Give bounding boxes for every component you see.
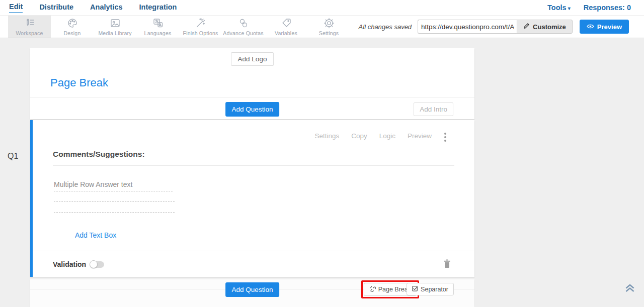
- save-status: All changes saved: [359, 23, 412, 31]
- toolbar-tab-languages[interactable]: Languages: [136, 16, 179, 38]
- answer-row[interactable]: [54, 191, 175, 202]
- add-question-button[interactable]: Add Question: [225, 102, 280, 117]
- question-preview-link[interactable]: Preview: [408, 132, 432, 140]
- image-icon: [109, 17, 121, 29]
- footer-card: Add Question Page Break Separator: [30, 279, 474, 307]
- page-card: Add Logo Page Break Add Question Add Int…: [30, 48, 474, 119]
- scroll-to-top-icon[interactable]: [624, 282, 636, 295]
- kebab-menu-icon[interactable]: [443, 131, 448, 143]
- top-navigation: Edit Distribute Analytics Integration To…: [0, 0, 644, 15]
- toolbar-tab-label: Advance Quotas: [223, 30, 263, 36]
- toolbar-tab-label: Workspace: [16, 30, 43, 36]
- top-nav-right: Tools▾ Responses: 0: [547, 4, 631, 12]
- nav-item-distribute[interactable]: Distribute: [39, 3, 73, 13]
- toolbar-tab-settings[interactable]: Settings: [307, 16, 350, 38]
- add-text-box-link[interactable]: Add Text Box: [75, 231, 116, 239]
- translate-icon: [152, 17, 164, 29]
- separator-button[interactable]: Separator: [407, 283, 454, 295]
- nav-item-integration[interactable]: Integration: [139, 3, 177, 13]
- question-logic-link[interactable]: Logic: [379, 132, 395, 140]
- answer-placeholder[interactable]: Multiple Row Answer text: [54, 180, 173, 191]
- toolbar-tab-media-library[interactable]: Media Library: [94, 16, 136, 38]
- gear-icon: [323, 17, 335, 29]
- palette-icon: [66, 17, 78, 29]
- toolbar-tab-advance-quotas[interactable]: Advance Quotas: [222, 16, 265, 38]
- add-intro-button[interactable]: Add Intro: [414, 103, 453, 116]
- toolbar-tab-label: Variables: [275, 30, 297, 36]
- question-copy-link[interactable]: Copy: [351, 132, 367, 140]
- eye-icon: [587, 23, 594, 31]
- divider: [33, 251, 474, 251]
- customize-button[interactable]: Customize: [517, 20, 573, 34]
- toolbar-tab-workspace[interactable]: Workspace: [8, 16, 51, 38]
- toolbar-tabs: Workspace Design Media Library Languages: [8, 16, 350, 38]
- tools-menu[interactable]: Tools▾: [547, 4, 571, 12]
- toolbar-tab-label: Settings: [319, 30, 339, 36]
- tag-icon: [280, 17, 292, 29]
- add-question-button-bottom[interactable]: Add Question: [225, 282, 280, 297]
- chevron-down-icon: ▾: [568, 6, 571, 11]
- toolbar-tab-label: Media Library: [98, 30, 131, 36]
- responses-count[interactable]: Responses: 0: [584, 4, 631, 12]
- validation-label: Validation: [53, 260, 86, 268]
- toolbar-tab-label: Finish Options: [183, 30, 218, 36]
- answer-row[interactable]: [54, 202, 175, 213]
- toolbar-tab-label: Languages: [144, 30, 172, 36]
- toggle-knob: [90, 260, 98, 268]
- validation-toggle[interactable]: [91, 261, 104, 268]
- wand-icon: [195, 17, 207, 29]
- add-logo-button[interactable]: Add Logo: [231, 52, 274, 66]
- nav-item-edit[interactable]: Edit: [9, 3, 23, 13]
- page-break-icon: [369, 285, 376, 293]
- trash-icon[interactable]: [443, 259, 451, 270]
- validation-row: Validation: [53, 260, 104, 268]
- divider: [30, 97, 474, 97]
- chain-links-icon: [237, 17, 250, 29]
- toolbar-tab-design[interactable]: Design: [51, 16, 94, 38]
- question-actions: Settings Copy Logic Preview: [314, 132, 432, 140]
- preview-button[interactable]: Preview: [580, 20, 629, 34]
- question-number-label: Q1: [8, 152, 18, 161]
- toolbar-tab-variables[interactable]: Variables: [265, 16, 307, 38]
- nav-item-analytics[interactable]: Analytics: [90, 3, 122, 13]
- question-settings-link[interactable]: Settings: [314, 132, 339, 140]
- divider: [53, 165, 454, 166]
- workspace-icon: [24, 17, 36, 29]
- toolbar-tab-finish-options[interactable]: Finish Options: [179, 16, 222, 38]
- top-nav-links: Edit Distribute Analytics Integration: [9, 3, 177, 13]
- editor-toolbar: Workspace Design Media Library Languages: [0, 15, 644, 38]
- question-title[interactable]: Comments/Suggestions:: [53, 150, 145, 159]
- page-title[interactable]: Page Break: [50, 76, 108, 89]
- pencil-icon: [523, 23, 530, 31]
- checkbox-check-icon: [412, 285, 418, 293]
- multi-row-answer-field[interactable]: Multiple Row Answer text: [54, 180, 175, 213]
- question-card: Settings Copy Logic Preview Comments/Sug…: [30, 120, 474, 277]
- toolbar-right: All changes saved Customize Preview: [359, 16, 644, 38]
- toolbar-tab-label: Design: [64, 30, 81, 36]
- survey-url-input[interactable]: [418, 20, 517, 34]
